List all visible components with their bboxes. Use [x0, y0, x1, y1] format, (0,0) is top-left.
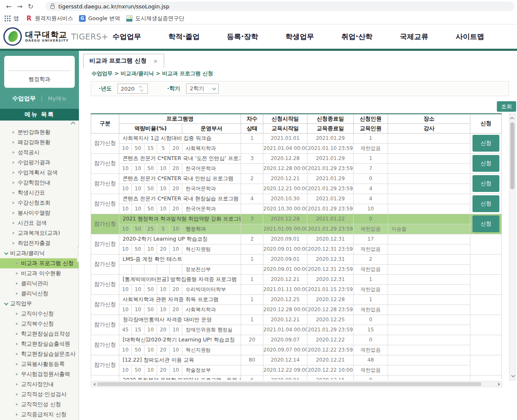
spinner-down-icon[interactable]	[140, 88, 143, 91]
header-ratio: 역량비율(%)	[119, 123, 182, 133]
sidebar-tab-mymenu[interactable]: My메뉴	[48, 95, 67, 102]
scroll-up-icon[interactable]	[509, 115, 515, 121]
nav-item[interactable]: 등록·장학	[227, 32, 258, 42]
place-cell	[388, 315, 470, 325]
sidebar-menu-item[interactable]: 클리닉관리	[0, 278, 79, 289]
sidebar-menu-item[interactable]: 무시험검정원서출력	[0, 369, 79, 379]
bookmark-item[interactable]: 원격지원서비스	[26, 15, 73, 22]
forward-icon[interactable]: →	[14, 3, 25, 10]
year-stepper[interactable]	[118, 84, 148, 94]
year-spinner-arrows[interactable]	[137, 86, 145, 92]
lecturer-cell	[388, 184, 470, 194]
sidebar-menu-item[interactable]: 학생시간표	[0, 188, 79, 198]
program-table: 구분 프로그램명 차수 신청시작일 신청종료일 신청인원 장소 신청 역량비율(…	[91, 113, 502, 380]
sidebar-menu-item[interactable]: 교과목개요(교과)	[0, 228, 79, 238]
sidebar-menu-item[interactable]: 수업평가결과	[0, 158, 79, 168]
apply-cell	[470, 254, 502, 274]
lecturer-cell	[388, 304, 470, 315]
sidebar-menu-item[interactable]: 교직사정안내	[0, 379, 79, 389]
tab-close-icon[interactable]: ×	[153, 58, 158, 64]
sidebar-menu-item[interactable]: 교직적인성 신청	[0, 399, 79, 410]
sidebar-menu-item[interactable]: 수강학점안내	[0, 178, 79, 188]
ratio-1: 10	[119, 184, 132, 194]
semester-select[interactable]: 2학기	[186, 84, 219, 94]
scroll-down-icon[interactable]	[509, 373, 515, 379]
bookmark-item[interactable]: Google 번역	[79, 15, 120, 22]
program-category: 참가신청	[91, 173, 119, 194]
sidebar-menu-item[interactable]: 비교과/클리닉	[0, 248, 79, 258]
program-category: 참가신청	[91, 133, 119, 153]
back-icon[interactable]: ←	[3, 3, 14, 10]
sidebar-menu-item[interactable]: 교직이수신청	[0, 309, 79, 319]
program-order: 1	[241, 254, 263, 264]
nav-item[interactable]: 사이트맵	[456, 32, 484, 42]
sidebar-menu-item[interactable]: 교직적성·인성검사	[0, 389, 79, 399]
apply-button[interactable]: 신청	[472, 195, 499, 212]
bookmark-item[interactable]: 도시재생실증연구단	[126, 15, 184, 22]
page-tab[interactable]: 비교과 프로그램 신청 ×	[83, 54, 164, 68]
sidebar-menu-item[interactable]: 교직업무	[0, 299, 79, 309]
program-dept: 학술정보부	[182, 365, 241, 375]
nav-item[interactable]: 학생업무	[286, 32, 314, 42]
apps-label[interactable]: 앱	[13, 15, 19, 22]
apps-grid-icon[interactable]	[4, 15, 11, 22]
sidebar-scroll-up-icon[interactable]	[71, 122, 76, 126]
apply-end-date: 2020.12.22	[307, 335, 354, 345]
sidebar-menu-item[interactable]: 분반강좌현황	[0, 127, 79, 137]
header-program: 프로그램명	[119, 114, 241, 123]
main-content: 비교과 프로그램 신청 × 수업업무 > 비교과/클리닉 > 비교과 프로그램 …	[79, 51, 517, 420]
sidebar-menu-item[interactable]: 폐강강좌현황	[0, 137, 79, 147]
ratio-4: 10	[157, 204, 170, 214]
lock-icon	[50, 5, 55, 9]
sidebar-menu-item[interactable]: 수업계획서 검색	[0, 168, 79, 178]
sidebar-menu-item[interactable]: 취업전자출결	[0, 238, 79, 248]
university-logo[interactable]: 대구대학교 DAEGU UNIVERSITY TIGERS+	[3, 27, 108, 46]
apply-button[interactable]: 신청	[472, 175, 499, 192]
sidebar-menu-item[interactable]: 클리닉신청	[0, 289, 79, 299]
nav-item[interactable]: 학적·졸업	[168, 32, 199, 42]
sidebar-menu-item[interactable]: 학교현장실습설문조사	[0, 349, 79, 359]
refresh-icon[interactable]: ↻	[25, 3, 36, 10]
sidebar-menu-item[interactable]: 학교현장실습출석원	[0, 339, 79, 349]
table-horizontal-scrollbar[interactable]	[91, 381, 502, 387]
scroll-right-icon[interactable]	[496, 381, 502, 387]
sidebar-menu-item[interactable]: 수강신청조회	[0, 198, 79, 208]
ratio-3: 50	[144, 304, 157, 315]
sidebar-menu-item[interactable]: 비교과 프로그램 신청	[0, 258, 79, 268]
header-lecturer: 강사	[388, 123, 470, 133]
nav-item[interactable]: 수업업무	[113, 32, 141, 42]
header-gubun: 구분	[91, 114, 119, 133]
menu-marker-icon	[16, 343, 18, 345]
ratio-4: 10	[157, 304, 170, 315]
ratio-1: 10	[119, 163, 132, 173]
header-apply-start: 신청시작일	[263, 114, 307, 123]
horizontal-scroll-thumb[interactable]	[97, 382, 481, 386]
ratio-5: 20	[170, 304, 182, 315]
sidebar-menu-item[interactable]: 봉사이수열람	[0, 208, 79, 218]
nav-item[interactable]: 국제교류	[400, 32, 428, 42]
sidebar-tab-work[interactable]: 수업업무	[12, 95, 36, 102]
menu-item-label: 학교현장실습표작성	[21, 330, 70, 338]
table-vertical-scrollbar[interactable]	[509, 113, 516, 381]
sidebar-menu-item[interactable]: 교육봉사활동등록	[0, 359, 79, 369]
search-button[interactable]: 조회	[497, 101, 516, 112]
sidebar-menu-item[interactable]: 교직응급처지 신청	[0, 410, 79, 420]
lecturer-cell	[388, 325, 470, 335]
apply-button[interactable]: 신청	[472, 215, 499, 232]
ratio-5: 10	[170, 345, 182, 355]
sidebar-menu-item[interactable]: 교직복수신청	[0, 319, 79, 329]
url-text[interactable]: tigersstd.daegu.ac.kr/nxrun/ssoLogin.jsp	[58, 3, 169, 10]
scroll-left-icon[interactable]	[91, 381, 97, 387]
sidebar-menu-item[interactable]: 성적공시	[0, 147, 79, 158]
nav-item[interactable]: 취업·산학	[341, 32, 373, 42]
sidebar-menu-item[interactable]: 학교현장실습표작성	[0, 329, 79, 339]
year-input[interactable]	[118, 86, 137, 92]
program-category: 참가신청	[91, 153, 119, 173]
address-bar[interactable]: tigersstd.daegu.ac.kr/nxrun/ssoLogin.jsp	[45, 2, 514, 11]
vertical-scroll-thumb[interactable]	[510, 122, 514, 189]
sidebar-menu-item[interactable]: 비교과 이수현황	[0, 268, 79, 278]
sidebar-menu-item[interactable]: 시간표 검색	[0, 218, 79, 228]
apply-button[interactable]: 신청	[472, 155, 499, 172]
program-name: [대학혁신]2020-2학기 Learning UP! 학습코칭	[119, 335, 241, 345]
apply-button[interactable]: 신청	[472, 135, 499, 152]
